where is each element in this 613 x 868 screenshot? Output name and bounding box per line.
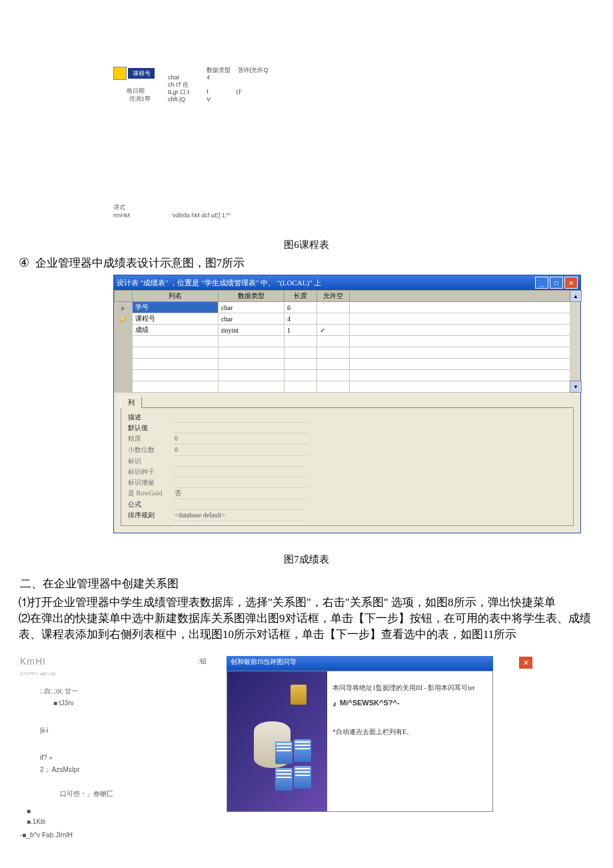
wizard-text: *自动連吉去面上栏列有E。 bbox=[332, 727, 487, 737]
figure6-caption: 图6课程表 bbox=[13, 239, 600, 251]
close-button[interactable]: ✕ bbox=[564, 277, 578, 289]
table-icon bbox=[275, 741, 293, 764]
scroll-up-icon[interactable]: ▲ bbox=[570, 290, 582, 302]
figure7-caption: 图7成绩表 bbox=[13, 553, 600, 566]
grid-row[interactable]: ▶学号char6 bbox=[115, 302, 580, 313]
wizard-titlebar[interactable]: 创和银前JS当评图问导 bbox=[227, 656, 493, 671]
tab-columns[interactable]: 列 bbox=[121, 397, 142, 408]
figure6-fragment: ▲ 课程号 格日期 任浏1帮 数据类型·苦许(允许Q char4 ch IT 任… bbox=[113, 67, 513, 219]
grid-row[interactable]: 🔑课程号char4 bbox=[115, 313, 580, 325]
figure8-fragment: KmHI :钮 c^HTF> wh <si :.自:.;oi; 廿一 ■ tJ3… bbox=[20, 656, 207, 841]
wizard-text: 』Mi^SEWSK^S?^- bbox=[332, 698, 487, 707]
table-designer-window: 设计表 "成绩表" ，位置是 "学生成绩管理表" 中、 "(LOCAL)" 上 … bbox=[113, 275, 581, 533]
table-icon bbox=[294, 739, 311, 762]
database-gold-icon bbox=[291, 685, 306, 705]
window-title: 设计表 "成绩表" ，位置是 "学生成绩管理表" 中、 "(LOCAL)" 上 bbox=[117, 278, 321, 288]
scroll-down-icon[interactable]: ▼ bbox=[570, 381, 582, 393]
label-text: 任浏1帮 bbox=[129, 95, 155, 103]
vertical-scrollbar[interactable]: ▲ ▼ bbox=[570, 290, 580, 393]
field-header: 课程号 bbox=[128, 68, 155, 79]
window-titlebar[interactable]: 设计表 "成绩表" ，位置是 "学生成绩管理表" 中、 "(LOCAL)" 上 … bbox=[114, 275, 580, 290]
row-selector-icon bbox=[113, 67, 127, 80]
paragraph-4: ④ 企业管理器中成绩表设计示意图，图7所示 bbox=[13, 255, 600, 271]
key-icon: 🔑 bbox=[120, 317, 127, 323]
maximize-button[interactable]: □ bbox=[550, 277, 563, 289]
columns-grid[interactable]: 列名 数据类型 长度 允许空 ▶学号char6 🔑课程号char4 成绩tiny… bbox=[114, 290, 580, 393]
format-row: 谆式 rrnHM 'vdilsfa hM dcf uE] 1:^' bbox=[113, 203, 513, 219]
minimize-button[interactable]: _ bbox=[535, 277, 548, 289]
table-icon bbox=[294, 766, 311, 789]
field-grid: 数据类型·苦许(允许Q char4 ch IT 任 tLgr 口 tf讦 chf… bbox=[168, 67, 274, 103]
current-row-icon: ▶ bbox=[121, 305, 125, 311]
paragraph-step1: ⑴打开企业管理器中学生成绩管理表数据库，选择"关系图"，右击"关系图" 选项，如… bbox=[13, 595, 600, 611]
label-text: 格日期 bbox=[127, 87, 155, 95]
diagram-wizard-window: ✕ 创和银前JS当评图问导 Jl jt 本问导将绝址1監扼理的关用III - 影… bbox=[227, 656, 493, 812]
paragraph-step2: ⑵在弹出的快捷菜单中选中新建数据库关系图弹出图9对话框，单击【下一步】按钮，在可… bbox=[13, 611, 600, 643]
table-icon bbox=[275, 768, 293, 791]
wizard-artwork: Jl jt bbox=[227, 671, 327, 811]
grid-row[interactable]: 成绩tinyint1✓ bbox=[115, 325, 580, 336]
section-heading-2: 二、在企业管理器中创建关系图 bbox=[20, 576, 600, 591]
column-properties-panel: 描述 默认值 精度0 小数位数0 标识 标识种子 标识增量 是 RowGuid否… bbox=[121, 407, 574, 526]
wizard-text: 本问导将绝址1監扼理的关用III - 影用本闪耳可tet bbox=[332, 683, 487, 693]
close-button[interactable]: ✕ bbox=[518, 656, 533, 669]
